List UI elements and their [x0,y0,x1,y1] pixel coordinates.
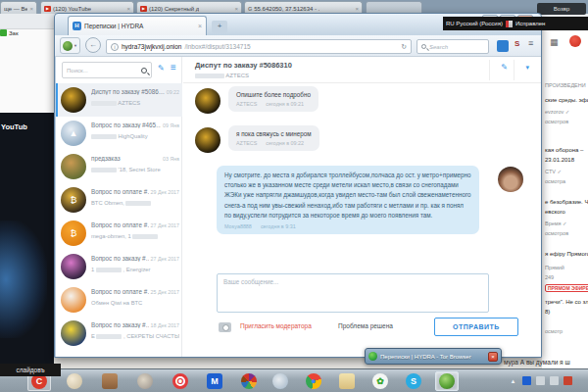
message-bubble: Ну смотрите. до места я добирался тролле… [217,166,479,234]
thumbnail-close-icon[interactable]: × [488,352,498,362]
chat-list-item[interactable]: Диспут по заказу #5086…09:22 AZTECS [56,83,182,117]
bookmark-label: Зак [9,30,19,36]
bookmarks-icon[interactable] [497,40,509,52]
tor-browser-icon[interactable] [435,371,459,391]
avatar: ▲ [61,121,86,146]
chat-item-subtitle: BTC Obmen, [91,200,179,206]
reload-icon[interactable]: ↻ [401,43,407,51]
paint-palette-icon[interactable] [63,371,86,391]
tor-onion-menu-button[interactable]: ▼ [60,37,80,54]
search-icon [421,44,426,49]
message-author: Mosya8888 [224,223,252,229]
skype-icon[interactable]: S [402,371,425,391]
taskbar: COM●✿S▴ [0,368,588,392]
redacted-username [125,201,151,206]
chat-item-subtitle: mega-obmen, 1 [91,233,179,239]
picasa-icon[interactable] [237,371,261,391]
tab-close-icon[interactable]: × [355,6,359,12]
tor-browser-icon-glyph [439,373,455,389]
apps-grid-icon[interactable]: ▦ [550,37,559,47]
problem-solved-button[interactable]: Проблема решена [338,322,393,329]
malwarebytes-icon-glyph: M [207,373,222,389]
tray-malwarebytes-icon[interactable] [522,376,531,385]
message-author: AZTECS [236,140,257,146]
bookmark-link[interactable]: Зак [0,29,54,36]
tray-alert-icon[interactable] [564,376,572,385]
chat-list-item[interactable]: ₿Вопрос по оплате #…29 Дек 2017BTC Obmen… [56,183,182,217]
chevron-down-icon[interactable]: ▾ [525,64,529,72]
tab-close-icon[interactable]: × [234,6,238,12]
send-button[interactable]: ОТПРАВИТЬ [434,318,518,336]
spellcheck-icon [506,21,513,27]
tor-tab[interactable]: H Переписки | HYDRA × [68,16,207,35]
avatar [195,88,220,114]
archive-box-icon[interactable] [98,371,122,391]
opera-icon[interactable]: O [169,371,192,391]
chat-item-time: 29 Дек 2017 [151,189,179,195]
message-input[interactable]: Ваше сообщение... [217,273,489,313]
edit-icon[interactable]: ✎ [501,63,508,72]
chat-item-row: Вопрос по заказу #…18 Дек 2017 [91,321,179,328]
paint-app-icon[interactable] [269,371,292,391]
redacted-username [91,134,117,139]
browser-menu-icon[interactable]: ≡ [528,38,533,48]
url-bar[interactable]: i hydra73jwjkvxij.onion /inbox#/disput/3… [106,39,412,54]
invite-moderator-button[interactable]: Пригласить модератора [240,322,312,329]
sidebar-search-input[interactable]: Поиск... [62,62,152,78]
redacted-username [91,101,117,106]
chats-sidebar: Поиск... ✎ ≡ Диспут по заказу #5086…09:2… [56,57,182,357]
avatar [498,167,523,192]
chat-list-item[interactable]: ▲Вопрос по заказу #465…09 Янв HighQualit… [56,117,182,150]
background-tab[interactable]: ще — Веч× [0,1,37,14]
chat-item-subtitle: HighQuality [91,133,179,139]
tab-close-icon[interactable]: × [198,23,202,29]
related-video-text: осмотров [545,119,568,124]
taskbar-thumbnail-popup[interactable]: Переписки | HYDRA - Tor Browser × [365,348,502,365]
youtube-favicon: ▶ [140,6,147,12]
message-time: сегодня в 9:31 [261,223,296,229]
chat-list-item[interactable]: Вопрос по заказу #…27 Дек 20171 , Energi… [56,250,182,283]
related-video-text: CTV ✓ [545,169,562,174]
chat-list-item[interactable]: Вопрос по оплате #…25 Дек 2017Обмен Qiwi… [56,283,182,317]
chat-item-time: 09:22 [167,89,179,95]
chat-list-item[interactable]: Вопрос по заказу #…18 Дек 2017Е , СЕКРЕТ… [56,317,182,350]
tray-arrow-icon[interactable]: ▴ [509,376,517,385]
photo-viewer-icon[interactable] [133,371,157,391]
page-content: Поиск... ✎ ≡ Диспут по заказу #5086…09:2… [56,57,541,357]
tray-volume-icon[interactable] [550,376,559,385]
search-bar[interactable]: Search [416,39,489,54]
sidebar-menu-icon[interactable]: ≡ [171,62,176,73]
language-label: RU Русский (Россия) [446,21,503,26]
tab-close-icon[interactable]: × [29,6,33,12]
documents-folder-icon[interactable] [335,371,359,391]
background-window-button[interactable]: Возвр [537,3,586,15]
hydra-favicon: H [73,22,81,30]
notification-bell-icon[interactable] [569,35,581,47]
chrome-icon[interactable]: ● [302,371,325,391]
tray-display-icon[interactable] [536,376,545,385]
back-button[interactable]: ← [85,37,101,53]
site-info-icon[interactable]: i [111,43,119,51]
chat-list-item[interactable]: предзаказ03 Янв '18, Secret Store [56,150,182,183]
tab-close-icon[interactable]: × [126,6,130,12]
attach-photo-icon[interactable] [219,322,231,332]
paint-palette-icon-glyph [67,373,82,389]
avatar [61,287,86,313]
malwarebytes-icon[interactable]: M [203,371,226,391]
antivirus-flower-icon[interactable]: ✿ [368,371,392,391]
chat-item-subtitle: '18, Secret Store [91,167,179,172]
youtube-logo: YouTub [1,122,27,131]
new-tab-button[interactable]: + [212,21,227,33]
chat-item-subtitle: Обмен Qiwi на BTC [91,300,179,306]
noscript-icon[interactable]: S [514,39,519,48]
related-video-text: ПРОИЗВЕДЕНИ [545,82,586,88]
chat-item-title: Вопрос по заказу #465… [91,122,161,128]
tab-label: 55.642050, 37.512634 - . [254,6,319,12]
search-icon [141,68,147,74]
message-text: Опишите более подробно [236,91,311,98]
message-meta: AZTECS сегодня в 09:22 [236,140,312,146]
chat-list-item[interactable]: ₿Вопрос по оплате #…27 Дек 2017mega-obme… [56,217,182,250]
chat-pane: Диспут по заказу #5086310 AZTECS ✎ ▾ Опи… [183,57,541,357]
related-video-text: тречи". Не со зл [545,299,588,305]
compose-icon[interactable]: ✎ [158,64,165,73]
